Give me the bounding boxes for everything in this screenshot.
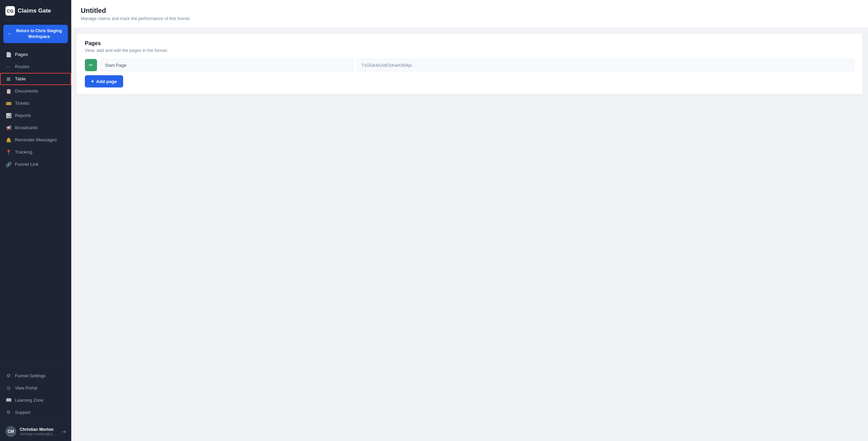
user-section: CM Christian Morton christian.morton@cla… xyxy=(0,422,71,441)
plus-icon: + xyxy=(91,78,94,84)
user-info: Christian Morton christian.morton@claims… xyxy=(20,427,58,436)
app-name: Claims Gate xyxy=(18,7,51,14)
logout-icon[interactable]: ⇥ xyxy=(61,428,66,435)
sidebar-item-learning-zone-label: Learning Zone xyxy=(15,398,43,403)
add-page-button[interactable]: + Add page xyxy=(85,75,123,87)
add-page-label: Add page xyxy=(96,79,117,84)
sidebar-item-routes[interactable]: ↔ Routes xyxy=(0,61,71,73)
sidebar-item-reminder-messages[interactable]: 🔔 Reminder Messages xyxy=(0,134,71,146)
page-id-input[interactable] xyxy=(357,59,854,71)
sidebar-item-table[interactable]: ⊞ Table xyxy=(0,73,71,85)
sidebar-item-tickets-label: Tickets xyxy=(15,101,29,106)
app-logo: CG Claims Gate xyxy=(0,0,71,21)
table-icon: ⊞ xyxy=(5,76,12,82)
support-icon: ⚙ xyxy=(5,409,12,415)
funnel-link-icon: 🔗 xyxy=(5,162,12,167)
page-edit-button[interactable]: ✏ xyxy=(85,59,97,71)
pages-section-title: Pages xyxy=(85,40,854,46)
broadcasts-icon: 📢 xyxy=(5,125,12,131)
user-name: Christian Morton xyxy=(20,427,58,432)
sidebar-item-table-label: Table xyxy=(15,76,26,81)
sidebar-item-documents-label: Documents xyxy=(15,88,38,94)
sidebar-item-documents[interactable]: 📋 Documents xyxy=(0,85,71,97)
sidebar-item-funnel-link[interactable]: 🔗 Funnel Link xyxy=(0,158,71,171)
sidebar-item-reports[interactable]: 📊 Reports xyxy=(0,109,71,122)
sidebar-item-pages-label: Pages xyxy=(15,52,28,57)
return-button-label: Return to Chris Staging Workspace xyxy=(14,28,64,40)
sidebar-item-funnel-link-label: Funnel Link xyxy=(15,162,39,167)
pages-section-subtitle: View, add and edit the pages in the funn… xyxy=(85,48,854,53)
nav-menu: 📄 Pages ↔ Routes ⊞ Table 📋 Documents 🎫 T… xyxy=(0,47,71,366)
sidebar-bottom-nav: ⚙ Funnel Settings ◎ View Portal 📖 Learni… xyxy=(0,366,71,422)
sidebar-item-learning-zone[interactable]: 📖 Learning Zone xyxy=(0,394,71,406)
routes-icon: ↔ xyxy=(5,64,12,69)
view-portal-icon: ◎ xyxy=(5,385,12,390)
sidebar-item-view-portal[interactable]: ◎ View Portal xyxy=(0,382,71,394)
sidebar-item-broadcasts-label: Broadcasts xyxy=(15,125,38,130)
sidebar-item-tracking[interactable]: 📍 Tracking xyxy=(0,146,71,158)
arrow-icon: ← xyxy=(7,31,12,37)
documents-icon: 📋 xyxy=(5,88,12,94)
sidebar-item-reports-label: Reports xyxy=(15,113,31,118)
funnel-settings-icon: ⚙ xyxy=(5,373,12,378)
sidebar-item-routes-label: Routes xyxy=(15,64,30,69)
sidebar-item-funnel-settings-label: Funnel Settings xyxy=(15,373,45,378)
pages-icon: 📄 xyxy=(5,52,12,57)
logo-icon: CG xyxy=(5,6,15,16)
pages-card: Pages View, add and edit the pages in th… xyxy=(77,34,863,94)
tickets-icon: 🎫 xyxy=(5,101,12,106)
learning-zone-icon: 📖 xyxy=(5,397,12,403)
user-email: christian.morton@claims.. xyxy=(20,432,58,436)
avatar: CM xyxy=(5,426,16,437)
sidebar-item-funnel-settings[interactable]: ⚙ Funnel Settings xyxy=(0,369,71,382)
edit-icon: ✏ xyxy=(89,62,93,68)
main-content: Untitled Manage claims and track the per… xyxy=(71,0,868,441)
tracking-icon: 📍 xyxy=(5,149,12,155)
sidebar-item-support-label: Support xyxy=(15,410,31,415)
page-name-input[interactable] xyxy=(100,59,354,71)
sidebar-item-tracking-label: Tracking xyxy=(15,149,32,155)
header-card: Untitled Manage claims and track the per… xyxy=(71,0,868,28)
reports-icon: 📊 xyxy=(5,113,12,118)
sidebar-item-broadcasts[interactable]: 📢 Broadcasts xyxy=(0,122,71,134)
return-to-workspace-button[interactable]: ← Return to Chris Staging Workspace xyxy=(3,25,68,43)
sidebar-item-support[interactable]: ⚙ Support xyxy=(0,406,71,418)
reminder-messages-icon: 🔔 xyxy=(5,137,12,143)
page-title: Untitled xyxy=(81,7,858,15)
sidebar-item-tickets[interactable]: 🎫 Tickets xyxy=(0,97,71,109)
page-subtitle: Manage claims and track the performance … xyxy=(81,16,858,21)
sidebar-item-reminder-messages-label: Reminder Messages xyxy=(15,137,57,142)
sidebar-item-pages[interactable]: 📄 Pages xyxy=(0,48,71,61)
sidebar-item-view-portal-label: View Portal xyxy=(15,385,37,390)
sidebar: CG Claims Gate ← Return to Chris Staging… xyxy=(0,0,71,441)
page-row: ✏ xyxy=(85,59,854,71)
